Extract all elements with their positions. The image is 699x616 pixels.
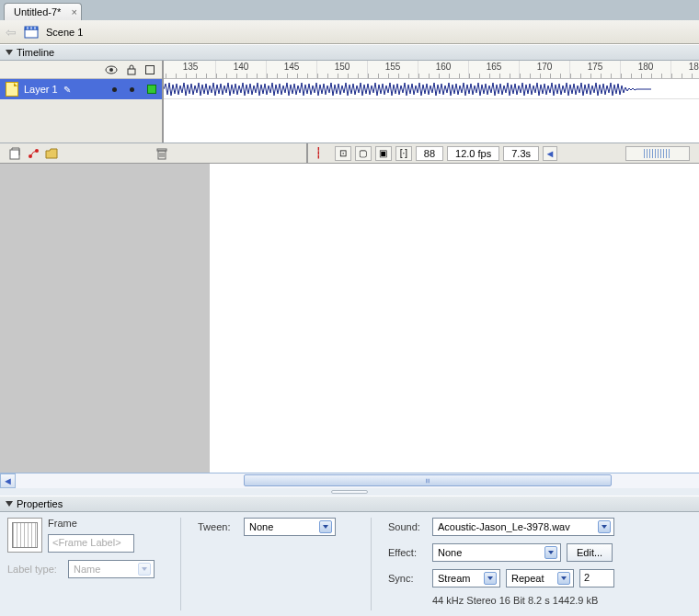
stage-canvas[interactable]	[210, 164, 699, 473]
timeline-scrollbar[interactable]	[625, 146, 690, 161]
pencil-icon: ✎	[63, 85, 71, 95]
ruler-tick: 150	[317, 61, 368, 78]
svg-rect-7	[128, 69, 135, 74]
stage-area[interactable]	[0, 164, 699, 473]
layer-name: Layer 1	[24, 84, 58, 95]
ruler-tick: 155	[368, 61, 418, 78]
sync-label: Sync:	[388, 573, 427, 584]
sync-repeat-select[interactable]: Repeat	[506, 569, 574, 587]
back-arrow-icon[interactable]: ⇦	[6, 25, 17, 40]
visibility-icon[interactable]	[105, 63, 118, 76]
frame-ruler[interactable]: 135 140 145 150 155 160 165 170 175 180 …	[164, 61, 699, 79]
collapse-icon[interactable]	[6, 501, 13, 507]
insert-layer-button[interactable]	[7, 146, 22, 161]
tween-select[interactable]: None	[244, 518, 336, 536]
edit-button[interactable]: Edit...	[567, 543, 613, 562]
insert-layer-folder-button[interactable]	[44, 146, 59, 161]
svg-rect-15	[157, 149, 166, 151]
pasteboard-area	[0, 164, 210, 473]
onion-skin-button[interactable]: ▢	[355, 146, 372, 161]
close-icon[interactable]: ×	[72, 6, 77, 17]
frame-thumbnail	[7, 518, 42, 553]
sync-count-input[interactable]: 2	[579, 569, 614, 587]
tween-label: Tween:	[198, 521, 238, 532]
onion-skin-outlines-button[interactable]: ▣	[375, 146, 392, 161]
panel-resize-handle[interactable]	[0, 488, 699, 496]
timeline-title: Timeline	[17, 47, 54, 58]
tab-bar: Untitled-7* ×	[0, 0, 699, 20]
scrollbar-track[interactable]	[16, 473, 699, 488]
chevron-down-icon	[598, 520, 611, 533]
ruler-tick: 160	[418, 61, 469, 78]
audio-waveform	[164, 79, 651, 98]
properties-panel-header[interactable]: Properties	[0, 496, 699, 512]
scroll-left-button[interactable]: ◄	[543, 146, 557, 161]
chevron-down-icon	[557, 572, 570, 585]
divider	[180, 518, 181, 610]
properties-body: Frame <Frame Label> Label type: Name Twe…	[0, 512, 699, 616]
horizontal-scrollbar[interactable]: ◄	[0, 473, 699, 488]
center-frame-button[interactable]: ⊡	[335, 146, 351, 161]
frame-label-input[interactable]: <Frame Label>	[48, 534, 134, 553]
playhead-icon: ┆	[315, 147, 322, 159]
sync-select[interactable]: Stream	[432, 569, 500, 587]
properties-title: Properties	[17, 498, 63, 509]
effect-select[interactable]: None	[432, 543, 561, 562]
chevron-down-icon	[319, 520, 332, 533]
collapse-icon[interactable]	[6, 50, 13, 55]
label-type-label: Label type:	[7, 564, 63, 575]
ruler-tick: 170	[520, 61, 570, 78]
elapsed-time-value: 7.3s	[503, 146, 539, 161]
track-column: 135 140 145 150 155 160 165 170 175 180 …	[164, 61, 699, 143]
ruler-tick: 165	[469, 61, 520, 78]
label-type-select: Name	[68, 560, 155, 578]
chevron-down-icon	[544, 546, 557, 559]
layer-icon	[6, 82, 18, 97]
tab-title: Untitled-7*	[14, 6, 61, 17]
ruler-tick: 175	[570, 61, 621, 78]
svg-point-6	[109, 68, 113, 72]
outline-color-swatch[interactable]	[147, 85, 156, 94]
sound-label: Sound:	[388, 521, 427, 532]
sound-info: 44 kHz Stereo 16 Bit 8.2 s 1442.9 kB	[432, 595, 598, 606]
visibility-dot[interactable]	[112, 87, 117, 92]
svg-rect-0	[25, 29, 38, 38]
layer-row[interactable]: Layer 1 ✎	[0, 79, 162, 99]
track-row[interactable]	[164, 79, 699, 99]
layer-column: Layer 1 ✎	[0, 61, 164, 143]
timeline-panel-header[interactable]: Timeline	[0, 44, 699, 61]
scene-name[interactable]: Scene 1	[46, 27, 83, 38]
scene-bar: ⇦ Scene 1	[0, 20, 699, 44]
add-motion-guide-button[interactable]	[26, 146, 40, 161]
scroll-left-icon[interactable]: ◄	[0, 473, 16, 488]
sound-select[interactable]: Acoustic-Jason_Le-3978.wav	[432, 518, 614, 536]
current-frame-value[interactable]: 88	[416, 146, 443, 161]
svg-rect-8	[10, 150, 19, 159]
ruler-tick: 140	[216, 61, 267, 78]
document-tab[interactable]: Untitled-7* ×	[4, 3, 82, 20]
ruler-tick: 180	[621, 61, 671, 78]
chevron-down-icon	[484, 572, 497, 585]
frame-type-label: Frame	[48, 518, 134, 529]
delete-layer-button[interactable]	[155, 146, 169, 161]
outline-icon[interactable]	[145, 65, 155, 74]
timeline-footer: ┆ ⊡ ▢ ▣ [·] 88 12.0 fps 7.3s ◄	[0, 143, 699, 164]
scrollbar-thumb[interactable]	[244, 474, 612, 486]
lock-icon[interactable]	[125, 63, 138, 76]
chevron-down-icon	[138, 563, 151, 576]
edit-multiple-frames-button[interactable]: [·]	[395, 146, 412, 161]
effect-label: Effect:	[388, 547, 427, 558]
divider	[371, 518, 372, 610]
ruler-tick: 185	[671, 61, 699, 78]
scene-icon	[24, 26, 39, 39]
ruler-tick: 135	[166, 61, 216, 78]
timeline-body: Layer 1 ✎ 135 140 145 150 155 160 165 17…	[0, 61, 699, 143]
lock-dot[interactable]	[130, 87, 134, 92]
ruler-tick: 145	[267, 61, 317, 78]
layer-column-header	[0, 61, 162, 79]
frame-label-placeholder: <Frame Label>	[52, 537, 121, 548]
frame-rate-value[interactable]: 12.0 fps	[447, 146, 499, 161]
